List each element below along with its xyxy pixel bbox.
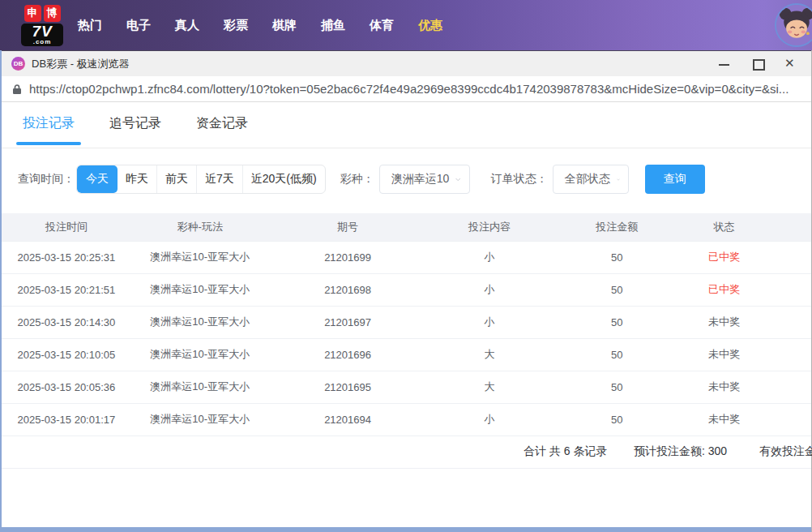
time-option-last7days[interactable]: 近7天	[196, 165, 242, 193]
maximize-icon[interactable]	[751, 58, 763, 70]
nav-item-electronic[interactable]: 电子	[126, 18, 151, 33]
avatar-girl-icon	[776, 5, 812, 45]
tab-bet-records[interactable]: 投注记录	[23, 115, 75, 148]
search-button[interactable]: 查询	[645, 165, 705, 194]
cell-bet-content: 大	[426, 338, 552, 371]
table-row: 2025-03-15 20:10:05 澳洲幸运10-亚军大小 21201696…	[2, 338, 811, 371]
page-content: 投注记录 追号记录 资金记录 查询时间： 今天 昨天 前天 近7天 近20天(低…	[2, 102, 811, 469]
window-bottom-edge	[2, 527, 811, 532]
time-filter-group: 今天 昨天 前天 近7天 近20天(低频)	[76, 165, 326, 194]
time-option-day-before[interactable]: 前天	[156, 165, 196, 193]
status-badge: 未中奖	[682, 371, 767, 403]
lottery-select-value: 澳洲幸运10	[391, 172, 450, 187]
summary-record-count: 合计 共 6 条记录	[524, 444, 607, 459]
minimize-icon[interactable]	[718, 58, 730, 70]
cell-issue: 21201697	[269, 306, 427, 338]
chevron-down-icon	[455, 177, 460, 182]
cell-bet-amount: 50	[552, 306, 682, 338]
col-header-empty	[767, 213, 811, 241]
browser-window: DB DB彩票 - 极速浏览器 https://ctop02pchwp1.zfn…	[0, 50, 812, 532]
site-logo[interactable]: 申 博 7V .com	[19, 5, 65, 46]
tab-chase-records[interactable]: 追号记录	[109, 115, 161, 148]
status-badge: 已中奖	[682, 273, 767, 306]
cell-game-play: 澳洲幸运10-亚军大小	[131, 371, 269, 403]
close-icon[interactable]	[784, 58, 797, 70]
nav-item-board-games[interactable]: 棋牌	[272, 18, 297, 33]
logo-name: 7V	[24, 24, 60, 39]
cell-bet-amount: 50	[552, 338, 682, 371]
nav-item-live[interactable]: 真人	[175, 18, 199, 33]
cell-bet-content: 小	[426, 241, 552, 273]
cell-bet-time: 2025-03-15 20:10:05	[2, 338, 131, 371]
lock-icon	[12, 84, 22, 95]
col-header-bet-time: 投注时间	[2, 213, 131, 241]
order-status-select[interactable]: 全部状态	[553, 165, 629, 194]
user-avatar[interactable]	[775, 3, 812, 47]
logo-tld: .com	[24, 39, 60, 45]
col-header-issue: 期号	[269, 213, 427, 241]
table-row: 2025-03-15 20:14:30 澳洲幸运10-亚军大小 21201697…	[2, 306, 811, 338]
nav-item-sports[interactable]: 体育	[370, 18, 394, 33]
status-badge: 已中奖	[682, 241, 767, 273]
chevron-down-icon	[617, 177, 620, 182]
cell-bet-time: 2025-03-15 20:25:31	[2, 241, 131, 273]
window-controls	[718, 58, 801, 70]
logo-badges: 申 博	[24, 5, 61, 22]
site-header: 申 博 7V .com 热门 电子 真人 彩票 棋牌 捕鱼 体育 优惠	[0, 0, 812, 50]
bet-records-table: 投注时间 彩种-玩法 期号 投注内容 投注金额 状态 2025-03-15 20…	[2, 213, 811, 436]
cell-bet-amount: 50	[552, 403, 682, 435]
cell-bet-content: 小	[426, 273, 552, 306]
filter-row: 查询时间： 今天 昨天 前天 近7天 近20天(低频) 彩种： 澳洲幸运10 订…	[18, 165, 811, 194]
status-badge: 未中奖	[682, 306, 767, 338]
col-header-bet-content: 投注内容	[426, 213, 552, 241]
order-status-value: 全部状态	[565, 172, 610, 187]
cell-bet-content: 小	[426, 403, 552, 435]
cell-bet-time: 2025-03-15 20:05:36	[2, 371, 131, 403]
nav-item-hot[interactable]: 热门	[78, 18, 102, 33]
window-title-bar: DB DB彩票 - 极速浏览器	[2, 50, 811, 76]
logo-badge-right: 博	[44, 5, 61, 22]
table-row: 2025-03-15 20:05:36 澳洲幸运10-亚军大小 21201695…	[2, 371, 811, 403]
cell-issue: 21201699	[269, 241, 427, 273]
cell-issue: 21201694	[269, 403, 427, 435]
table-row: 2025-03-15 20:25:31 澳洲幸运10-亚军大小 21201699…	[2, 241, 811, 273]
cell-issue: 21201695	[269, 371, 427, 403]
nav-item-fishing[interactable]: 捕鱼	[321, 18, 345, 33]
summary-estimated-amount: 预计投注金额: 300	[634, 444, 727, 459]
nav-item-promotions[interactable]: 优惠	[418, 18, 442, 33]
col-header-status: 状态	[682, 213, 767, 241]
table-row: 2025-03-15 20:21:51 澳洲幸运10-亚军大小 21201698…	[2, 273, 811, 306]
cell-bet-amount: 50	[552, 241, 682, 273]
cell-issue: 21201698	[269, 273, 427, 306]
cell-game-play: 澳洲幸运10-亚军大小	[131, 403, 269, 435]
summary-row: 合计 共 6 条记录 预计投注金额: 300 有效投注金	[2, 436, 811, 469]
cell-bet-amount: 50	[552, 371, 682, 403]
status-badge: 未中奖	[682, 403, 767, 435]
cell-game-play: 澳洲幸运10-亚军大小	[131, 241, 269, 273]
time-option-today[interactable]: 今天	[77, 165, 118, 193]
lottery-select[interactable]: 澳洲幸运10	[379, 165, 470, 194]
col-header-bet-amount: 投注金额	[552, 213, 682, 241]
col-header-game-play: 彩种-玩法	[131, 213, 269, 241]
nav-item-lottery[interactable]: 彩票	[224, 18, 248, 33]
lottery-filter-label: 彩种：	[340, 172, 374, 187]
browser-tab-icon: DB	[11, 57, 25, 71]
status-badge: 未中奖	[682, 338, 767, 371]
time-option-yesterday[interactable]: 昨天	[118, 165, 156, 193]
cell-game-play: 澳洲幸运10-亚军大小	[131, 273, 269, 306]
cell-issue: 21201696	[269, 338, 427, 371]
cell-game-play: 澳洲幸运10-亚军大小	[131, 338, 269, 371]
time-option-last20days[interactable]: 近20天(低频)	[242, 165, 325, 193]
cell-bet-time: 2025-03-15 20:21:51	[2, 273, 131, 306]
cell-bet-time: 2025-03-15 20:01:17	[2, 403, 131, 435]
window-title: DB彩票 - 极速浏览器	[32, 57, 130, 71]
url-text: https://ctop02pchwp1.zfnc84.com/lottery/…	[29, 82, 801, 96]
address-bar[interactable]: https://ctop02pchwp1.zfnc84.com/lottery/…	[2, 76, 811, 102]
cell-bet-content: 大	[426, 371, 552, 403]
cell-bet-amount: 50	[552, 273, 682, 306]
cell-bet-content: 小	[426, 306, 552, 338]
tab-fund-records[interactable]: 资金记录	[196, 115, 248, 148]
cell-game-play: 澳洲幸运10-亚军大小	[131, 306, 269, 338]
logo-box: 7V .com	[21, 24, 63, 46]
table-header-row: 投注时间 彩种-玩法 期号 投注内容 投注金额 状态	[2, 213, 811, 241]
